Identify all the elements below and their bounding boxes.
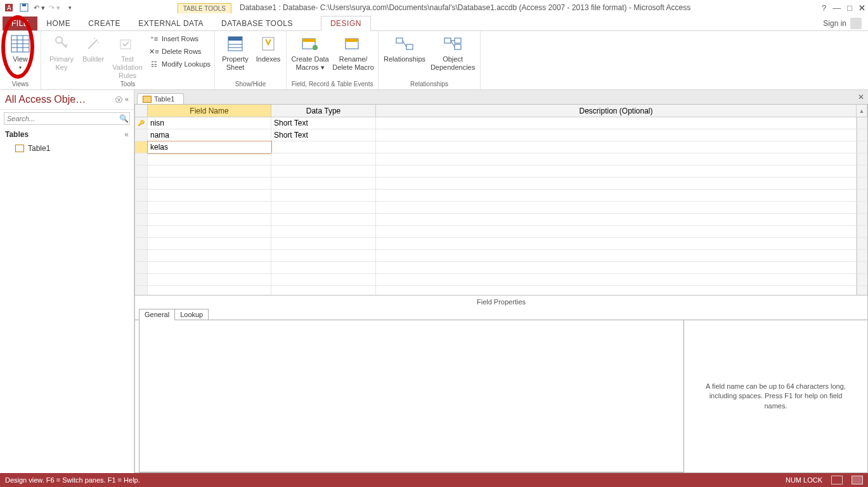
description-cell[interactable] — [376, 214, 857, 226]
object-dependencies-button[interactable]: Object Dependencies — [429, 34, 476, 72]
modify-lookups-button[interactable]: ☷Modify Lookups — [149, 59, 211, 69]
field-name-cell[interactable]: nisn — [148, 117, 271, 129]
field-name-cell[interactable] — [148, 178, 271, 190]
field-name-cell[interactable] — [148, 286, 271, 295]
design-view-button[interactable] — [852, 476, 863, 484]
grid-header-field[interactable]: Field Name — [148, 105, 271, 117]
row-selector[interactable] — [135, 250, 148, 262]
create-data-macros-button[interactable]: Create Data Macros ▾ — [290, 34, 330, 72]
description-cell[interactable] — [376, 202, 857, 214]
row-selector[interactable] — [135, 166, 148, 178]
builder-button[interactable]: Builder — [81, 34, 106, 63]
search-input[interactable] — [4, 115, 118, 122]
description-cell[interactable] — [376, 190, 857, 202]
data-type-cell[interactable] — [271, 214, 376, 226]
nav-dropdown-icon[interactable]: ⓥ — [115, 95, 122, 105]
data-type-cell[interactable] — [271, 226, 376, 238]
row-selector[interactable] — [135, 274, 148, 286]
field-name-cell[interactable] — [148, 238, 271, 250]
doc-tab-table1[interactable]: Table1 — [137, 93, 184, 104]
table-row[interactable] — [135, 166, 867, 178]
field-name-cell[interactable] — [148, 250, 271, 262]
delete-rows-button[interactable]: ✕≡Delete Rows — [149, 46, 211, 56]
table-row[interactable] — [135, 226, 867, 238]
table-row[interactable]: namaShort Text — [135, 129, 867, 141]
data-type-cell[interactable]: Short Text — [271, 129, 376, 141]
datasheet-view-button[interactable] — [831, 476, 843, 484]
data-type-cell[interactable] — [271, 202, 376, 214]
search-icon[interactable]: 🔍 — [118, 114, 129, 123]
data-type-cell[interactable]: Short Text — [271, 117, 376, 129]
description-cell[interactable] — [376, 238, 857, 250]
tab-database-tools[interactable]: DATABASE TOOLS — [212, 16, 302, 30]
grid-header-type[interactable]: Data Type — [271, 105, 376, 117]
rename-delete-macro-button[interactable]: Rename/ Delete Macro — [332, 34, 374, 72]
minimize-icon[interactable]: — — [832, 3, 841, 13]
field-name-cell[interactable] — [148, 166, 271, 178]
tab-external-data[interactable]: EXTERNAL DATA — [129, 16, 212, 30]
table-row[interactable] — [135, 286, 867, 295]
description-cell[interactable] — [376, 250, 857, 262]
close-icon[interactable]: ✕ — [858, 3, 865, 13]
field-name-cell[interactable] — [148, 190, 271, 202]
row-selector[interactable]: 🔑 — [135, 117, 148, 129]
qat-customize-icon[interactable]: ▾ — [63, 1, 76, 14]
field-name-cell[interactable] — [148, 274, 271, 286]
field-name-cell[interactable] — [148, 153, 271, 166]
nav-item-table1[interactable]: Table1 — [0, 141, 134, 155]
table-row[interactable] — [135, 202, 867, 214]
data-type-cell[interactable] — [271, 286, 376, 295]
row-selector[interactable] — [135, 214, 148, 226]
nav-header[interactable]: All Access Obje… ⓥ « — [0, 90, 134, 110]
row-selector[interactable] — [135, 141, 148, 153]
data-type-cell[interactable] — [271, 274, 376, 286]
description-cell[interactable] — [376, 166, 857, 178]
row-selector[interactable] — [135, 262, 148, 274]
row-selector[interactable] — [135, 202, 148, 214]
grid-header-desc[interactable]: Description (Optional) — [376, 105, 857, 117]
row-selector[interactable] — [135, 153, 148, 166]
tab-lookup[interactable]: Lookup — [174, 309, 209, 320]
redo-icon[interactable]: ↷ ▾ — [48, 1, 61, 14]
data-type-cell[interactable] — [271, 262, 376, 274]
field-name-cell[interactable] — [148, 226, 271, 238]
help-icon[interactable]: ? — [822, 3, 826, 13]
nav-group-tables[interactable]: Tables « — [0, 127, 134, 141]
grid-header-selector[interactable] — [135, 105, 148, 117]
table-row[interactable]: 🔑nisnShort Text — [135, 117, 867, 129]
table-row[interactable] — [135, 262, 867, 274]
primary-key-button[interactable]: Primary Key — [45, 34, 78, 72]
table-row[interactable] — [135, 274, 867, 286]
restore-icon[interactable]: □ — [847, 3, 852, 13]
test-validation-button[interactable]: Test Validation Rules — [108, 34, 146, 81]
indexes-button[interactable]: Indexes — [254, 34, 282, 63]
row-selector[interactable] — [135, 178, 148, 190]
row-selector[interactable] — [135, 129, 148, 141]
sign-in[interactable]: Sign in — [823, 18, 862, 29]
tab-create[interactable]: CREATE — [79, 16, 129, 30]
nav-search[interactable]: 🔍 — [4, 112, 130, 125]
insert-rows-button[interactable]: ⁺≡Insert Rows — [149, 34, 211, 44]
row-selector[interactable] — [135, 238, 148, 250]
tab-file[interactable]: FILE — [3, 16, 37, 30]
description-cell[interactable] — [376, 226, 857, 238]
table-row[interactable] — [135, 178, 867, 190]
tab-home[interactable]: HOME — [37, 16, 79, 30]
row-selector[interactable] — [135, 286, 148, 295]
undo-icon[interactable]: ↶ ▾ — [33, 1, 46, 14]
close-doc-icon[interactable]: ✕ — [858, 93, 864, 101]
row-selector[interactable] — [135, 226, 148, 238]
description-cell[interactable] — [376, 274, 857, 286]
save-icon[interactable] — [18, 1, 30, 14]
data-type-cell[interactable] — [271, 190, 376, 202]
description-cell[interactable] — [376, 141, 857, 153]
view-button[interactable]: View ▾ — [4, 34, 37, 71]
table-row[interactable]: kelas — [135, 141, 867, 153]
grid-scroll-up[interactable]: ▲ — [857, 105, 867, 117]
relationships-button[interactable]: Relationships — [382, 34, 427, 63]
table-row[interactable] — [135, 153, 867, 166]
nav-collapse-icon[interactable]: « — [125, 95, 129, 105]
field-name-cell[interactable] — [148, 202, 271, 214]
data-type-cell[interactable] — [271, 166, 376, 178]
tab-general[interactable]: General — [139, 309, 175, 320]
